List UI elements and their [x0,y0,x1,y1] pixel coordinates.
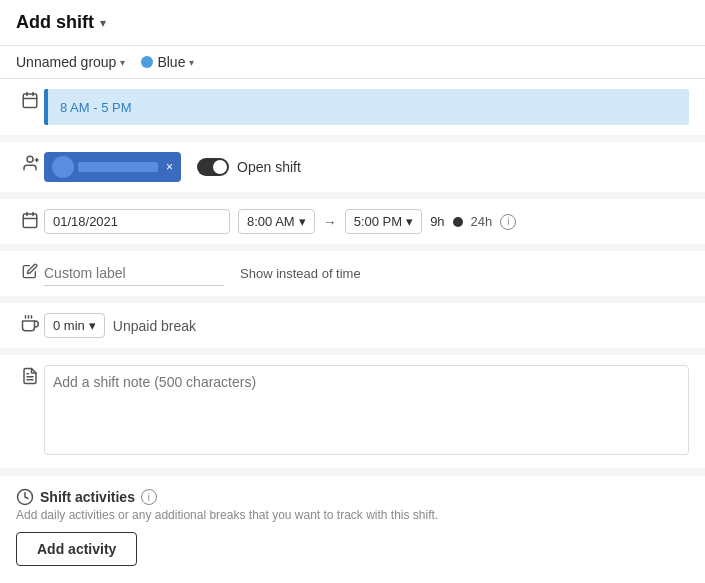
date-icon [16,211,44,229]
duration-badge: 9h [430,214,444,229]
break-duration-select[interactable]: 0 min ▾ [44,313,105,338]
pencil-icon [16,263,44,279]
color-chevron-icon: ▾ [189,57,194,68]
color-dot-icon [141,56,153,68]
header-chevron-icon[interactable]: ▾ [100,16,106,30]
activities-description: Add daily activities or any additional b… [16,508,689,522]
svg-rect-0 [23,94,37,108]
chip-close-icon[interactable]: × [166,160,173,174]
people-row: × Open shift [44,152,689,182]
person-avatar [52,156,74,178]
separator-dot-icon [453,217,463,227]
open-shift-label: Open shift [237,159,301,175]
break-type-label: Unpaid break [113,318,196,334]
break-row: 0 min ▾ Unpaid break [0,303,705,348]
svg-rect-7 [23,214,37,228]
shift-time-row: 8 AM - 5 PM [0,79,705,135]
break-controls: 0 min ▾ Unpaid break [44,313,689,338]
open-shift-toggle: Open shift [197,158,301,176]
add-shift-header: Add shift ▾ [0,0,705,46]
person-icon [16,154,44,172]
date-time-row: 8:00 AM ▾ → 5:00 PM ▾ 9h 24h i [0,199,705,244]
break-chevron-icon: ▾ [89,318,96,333]
subheader-bar: Unnamed group ▾ Blue ▾ [0,46,705,79]
info-icon[interactable]: i [500,214,516,230]
end-time-chevron-icon: ▾ [406,214,413,229]
activities-info-icon[interactable]: i [141,489,157,505]
break-duration-value: 0 min [53,318,85,333]
color-selector[interactable]: Blue ▾ [141,54,194,70]
custom-label-controls: Show instead of time [44,261,689,286]
add-activity-button[interactable]: Add activity [16,532,137,566]
svg-point-4 [27,156,33,162]
hours-24-label: 24h [471,214,493,229]
start-time-value: 8:00 AM [247,214,295,229]
note-section [44,365,689,458]
start-time-select[interactable]: 8:00 AM ▾ [238,209,315,234]
activities-section: Shift activities i Add daily activities … [0,476,705,578]
start-time-chevron-icon: ▾ [299,214,306,229]
shift-time-block[interactable]: 8 AM - 5 PM [44,89,689,125]
note-textarea[interactable] [44,365,689,455]
note-icon [16,367,44,385]
custom-label-row: Show instead of time [0,251,705,296]
divider-6 [0,469,705,475]
person-name-placeholder [78,162,158,172]
show-instead-label: Show instead of time [240,266,361,281]
main-content: 8 AM - 5 PM × Open shift [0,79,705,578]
end-time-value: 5:00 PM [354,214,402,229]
clock-icon [16,91,44,109]
activities-header: Shift activities i [16,488,689,506]
date-time-controls: 8:00 AM ▾ → 5:00 PM ▾ 9h 24h i [44,209,689,234]
activities-title: Shift activities [40,489,135,505]
break-icon [16,315,44,333]
activities-clock-icon [16,488,34,506]
open-shift-toggle-switch[interactable] [197,158,229,176]
person-row: × Open shift [0,142,705,192]
date-input[interactable] [44,209,230,234]
custom-label-input[interactable] [44,261,224,286]
group-label: Unnamed group [16,54,116,70]
note-row [0,355,705,468]
person-chip[interactable]: × [44,152,181,182]
header-title: Add shift [16,12,94,33]
arrow-right-icon: → [323,214,337,230]
color-label: Blue [157,54,185,70]
end-time-select[interactable]: 5:00 PM ▾ [345,209,422,234]
group-selector[interactable]: Unnamed group ▾ [16,54,125,70]
group-chevron-icon: ▾ [120,57,125,68]
shift-time-text: 8 AM - 5 PM [60,100,132,115]
